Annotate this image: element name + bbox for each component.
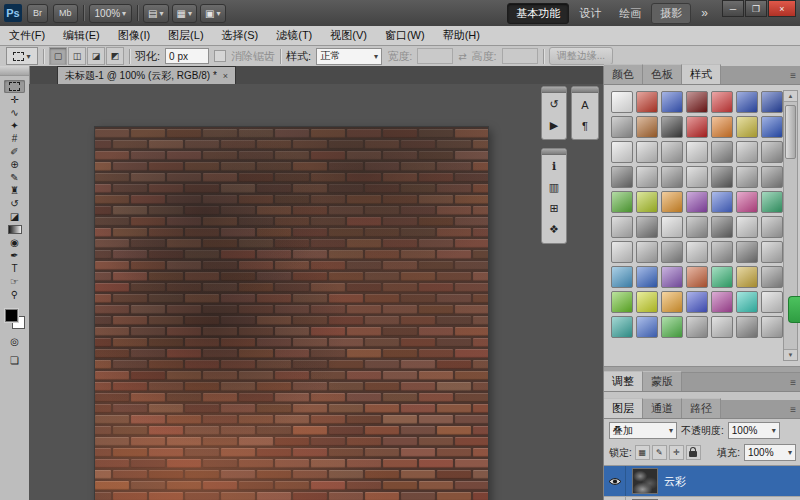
style-swatch[interactable] bbox=[661, 216, 683, 238]
panel-tab[interactable]: 调整 bbox=[604, 371, 643, 391]
style-swatch[interactable] bbox=[686, 241, 708, 263]
zoom-level-dropdown[interactable]: 100% ▾ bbox=[89, 4, 133, 23]
style-swatch[interactable] bbox=[611, 166, 633, 188]
style-swatch[interactable] bbox=[711, 141, 733, 163]
history-icon[interactable]: ↺ bbox=[544, 95, 564, 114]
workspace-button[interactable]: 绘画 bbox=[611, 4, 649, 23]
foreground-color-swatch[interactable] bbox=[5, 309, 18, 322]
style-swatch[interactable] bbox=[661, 141, 683, 163]
style-swatch[interactable] bbox=[636, 91, 658, 113]
panel-menu-icon[interactable]: ≡ bbox=[785, 404, 800, 415]
histogram-icon[interactable]: ▥ bbox=[544, 178, 564, 197]
scroll-up-icon[interactable]: ▲ bbox=[784, 91, 797, 102]
move-tool[interactable]: ✛ bbox=[4, 93, 25, 106]
style-swatch[interactable] bbox=[761, 91, 783, 113]
scroll-down-icon[interactable]: ▼ bbox=[784, 349, 797, 360]
history-brush-tool[interactable]: ↺ bbox=[4, 197, 25, 210]
clone-source-icon[interactable]: ❖ bbox=[544, 220, 564, 239]
blur-tool[interactable]: ◉ bbox=[4, 236, 25, 249]
panel-tab[interactable]: 色板 bbox=[643, 64, 682, 84]
dock-grip[interactable] bbox=[542, 87, 566, 93]
style-swatch[interactable] bbox=[611, 316, 633, 338]
style-swatch[interactable] bbox=[636, 291, 658, 313]
workspace-overflow-button[interactable]: » bbox=[696, 6, 713, 20]
style-swatch[interactable] bbox=[661, 91, 683, 113]
view-extras-button[interactable]: ▤▾ bbox=[143, 4, 168, 23]
style-swatch[interactable] bbox=[761, 316, 783, 338]
dock-grip[interactable] bbox=[542, 149, 566, 155]
style-swatch[interactable] bbox=[711, 266, 733, 288]
style-swatch[interactable] bbox=[736, 241, 758, 263]
style-swatch[interactable] bbox=[736, 166, 758, 188]
floating-widget[interactable] bbox=[788, 296, 800, 323]
selection-mode-icon[interactable]: ◩ bbox=[106, 47, 124, 65]
style-swatch[interactable] bbox=[611, 216, 633, 238]
selection-mode-icon[interactable]: ◪ bbox=[87, 47, 105, 65]
style-swatch[interactable] bbox=[686, 316, 708, 338]
style-swatch[interactable] bbox=[636, 216, 658, 238]
style-swatch[interactable] bbox=[711, 216, 733, 238]
close-button[interactable]: × bbox=[768, 0, 796, 17]
menu-item[interactable]: 窗口(W) bbox=[376, 28, 434, 43]
eyedropper-tool[interactable]: ✐ bbox=[4, 145, 25, 158]
actions-icon[interactable]: ▶ bbox=[544, 116, 564, 135]
panel-tab[interactable]: 通道 bbox=[643, 398, 682, 418]
layer-visibility-toggle[interactable] bbox=[604, 466, 626, 496]
menu-item[interactable]: 滤镜(T) bbox=[267, 28, 321, 43]
type-tool[interactable]: T bbox=[4, 262, 25, 275]
style-swatch[interactable] bbox=[636, 266, 658, 288]
style-swatch[interactable] bbox=[611, 116, 633, 138]
spot-healing-brush-tool[interactable]: ⊕ bbox=[4, 158, 25, 171]
paragraph-icon[interactable]: ¶ bbox=[575, 116, 595, 135]
minimize-button[interactable]: ─ bbox=[722, 0, 744, 17]
zoom-tool[interactable]: ⚲ bbox=[4, 288, 25, 301]
crop-tool[interactable]: # bbox=[4, 132, 25, 145]
style-swatch[interactable] bbox=[736, 316, 758, 338]
panel-menu-icon[interactable]: ≡ bbox=[785, 377, 800, 388]
workspace-button[interactable]: 摄影 bbox=[651, 3, 691, 24]
style-swatch[interactable] bbox=[761, 216, 783, 238]
toolbox-grip[interactable] bbox=[0, 66, 29, 76]
menu-item[interactable]: 帮助(H) bbox=[434, 28, 489, 43]
style-swatch[interactable] bbox=[661, 316, 683, 338]
gradient-tool[interactable] bbox=[4, 223, 25, 236]
style-swatch[interactable] bbox=[636, 166, 658, 188]
workspace-button[interactable]: 设计 bbox=[571, 4, 609, 23]
document-image[interactable] bbox=[95, 127, 488, 500]
eraser-tool[interactable]: ◪ bbox=[4, 210, 25, 223]
style-swatch[interactable] bbox=[736, 91, 758, 113]
pen-tool[interactable]: ✒ bbox=[4, 249, 25, 262]
style-swatch[interactable] bbox=[661, 291, 683, 313]
lock-pixels-icon[interactable]: ✎ bbox=[652, 445, 667, 460]
style-swatch[interactable] bbox=[661, 241, 683, 263]
style-swatch[interactable] bbox=[761, 166, 783, 188]
opacity-dropdown[interactable]: 100% ▾ bbox=[728, 422, 780, 439]
style-swatch[interactable] bbox=[686, 291, 708, 313]
panel-tab[interactable]: 图层 bbox=[604, 398, 643, 418]
style-swatch[interactable] bbox=[686, 266, 708, 288]
style-swatch[interactable] bbox=[636, 241, 658, 263]
style-swatch[interactable] bbox=[736, 291, 758, 313]
launch-minibridge-button[interactable]: Mb bbox=[53, 4, 78, 23]
launch-bridge-button[interactable]: Br bbox=[27, 4, 48, 23]
tab-close-icon[interactable]: × bbox=[223, 71, 228, 81]
arrange-documents-button[interactable]: ▦▾ bbox=[172, 4, 197, 23]
panel-tab[interactable]: 样式 bbox=[682, 64, 721, 84]
style-swatch[interactable] bbox=[661, 116, 683, 138]
style-swatch[interactable] bbox=[736, 116, 758, 138]
menu-item[interactable]: 图层(L) bbox=[159, 28, 212, 43]
style-swatch[interactable] bbox=[611, 266, 633, 288]
layer-row[interactable]: 云彩 bbox=[604, 466, 800, 497]
style-swatch[interactable] bbox=[661, 166, 683, 188]
menu-item[interactable]: 文件(F) bbox=[0, 28, 54, 43]
lasso-tool[interactable]: ∿ bbox=[4, 106, 25, 119]
hand-tool[interactable]: ☞ bbox=[4, 275, 25, 288]
selection-mode-icon[interactable]: ▢ bbox=[49, 47, 67, 65]
quick-selection-tool[interactable]: ✦ bbox=[4, 119, 25, 132]
style-swatch[interactable] bbox=[761, 241, 783, 263]
brush-tool[interactable]: ✎ bbox=[4, 171, 25, 184]
style-swatch[interactable] bbox=[711, 91, 733, 113]
panel-tab[interactable]: 蒙版 bbox=[643, 371, 682, 391]
style-swatch[interactable] bbox=[686, 91, 708, 113]
restore-button[interactable]: ❐ bbox=[745, 0, 767, 17]
